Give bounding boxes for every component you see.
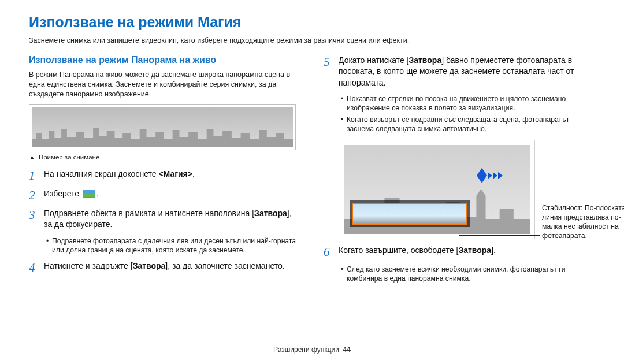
step-number: 3 xyxy=(29,208,44,231)
left-column: Използване на режим Панорама на живо В р… xyxy=(29,55,297,289)
right-column: 5 Докато натискате [Затвора] бавно преме… xyxy=(324,55,595,289)
step-2: 2 Изберете . xyxy=(29,188,297,202)
step-text: Подравнете обекта в рамката и натиснете … xyxy=(44,209,254,218)
step-text: Натиснете и задръжте [ xyxy=(44,261,133,270)
step-number: 2 xyxy=(29,188,44,202)
bullet: Когато визьорът се подравни със следваща… xyxy=(341,115,595,134)
step-6: 6 Когато завършите, освободете [Затвора]… xyxy=(324,245,595,259)
step-number: 6 xyxy=(324,245,339,259)
step-text: . xyxy=(192,169,195,179)
step-bold: <Магия> xyxy=(158,169,192,179)
preview-figure-wrap: Стабилност: По-плоската линия представля… xyxy=(324,140,595,239)
example-caption: Пример за снимане xyxy=(29,154,297,161)
step-bold: Затвора xyxy=(254,209,287,218)
step-6-notes: След като заснемете всички необходими сн… xyxy=(341,265,595,284)
step-number: 5 xyxy=(324,55,339,88)
step-5-notes: Показват се стрелки по посока на движени… xyxy=(341,94,595,134)
step-text: ]. xyxy=(491,246,496,255)
step-1: 1 На началния екран докоснете <Магия>. xyxy=(29,169,297,183)
step-text: Докато натискате [ xyxy=(339,55,408,65)
step-3: 3 Подравнете обекта в рамката и натиснет… xyxy=(29,208,297,231)
step-3-notes: Подравнете фотоапарата с далечния ляв ил… xyxy=(46,236,297,255)
step-text: . xyxy=(96,189,99,198)
footer-section: Разширени функции xyxy=(273,346,339,354)
step-bold: Затвора xyxy=(408,55,441,65)
panorama-example-image xyxy=(29,104,296,150)
step-5: 5 Докато натискате [Затвора] бавно преме… xyxy=(324,55,595,88)
stability-callout: Стабилност: По-плоската линия представля… xyxy=(542,203,624,240)
panorama-mode-icon xyxy=(83,190,95,198)
page-title: Използване на режими Магия xyxy=(29,14,595,31)
direction-arrow-icon xyxy=(477,168,503,183)
step-text: Изберете xyxy=(44,189,81,198)
content-columns: Използване на режим Панорама на живо В р… xyxy=(29,55,595,289)
section-heading: Използване на режим Панорама на живо xyxy=(29,55,297,65)
step-number: 1 xyxy=(29,169,44,183)
footer-page-number: 44 xyxy=(343,346,351,354)
section-intro: В режим Панорама на живо можете да засне… xyxy=(29,70,297,99)
callout-leader-line xyxy=(459,221,540,236)
bullet: След като заснемете всички необходими сн… xyxy=(341,265,595,284)
page-footer: Разширени функции 44 xyxy=(0,346,624,354)
step-text: Когато завършите, освободете [ xyxy=(339,246,458,255)
step-text: ], за да започнете заснемането. xyxy=(165,261,284,270)
step-4: 4 Натиснете и задръжте [Затвора], за да … xyxy=(29,261,297,274)
step-bold: Затвора xyxy=(133,261,166,270)
capture-strip-frame xyxy=(352,203,467,225)
page-intro: Заснемете снимка или запишете видеоклип,… xyxy=(29,36,595,44)
bullet: Подравнете фотоапарата с далечния ляв ил… xyxy=(46,236,297,255)
bullet: Показват се стрелки по посока на движени… xyxy=(341,94,595,113)
step-bold: Затвора xyxy=(458,246,491,255)
step-text: На началния екран докоснете xyxy=(44,169,158,179)
step-number: 4 xyxy=(29,261,44,274)
